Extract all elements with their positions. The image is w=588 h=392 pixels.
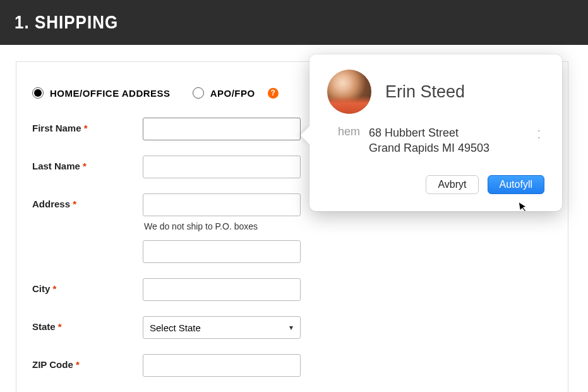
label-text: ZIP Code	[32, 359, 73, 370]
radio-circle-icon	[193, 87, 204, 99]
address-tag: hem	[332, 125, 360, 138]
required-asterisk: *	[84, 123, 88, 133]
radio-apo-fpo[interactable]: APO/FPO	[193, 87, 255, 99]
autofill-button[interactable]: Autofyll	[488, 175, 544, 194]
last-name-label: Last Name *	[32, 156, 143, 171]
label-text: First Name	[32, 123, 81, 133]
label-text: Last Name	[32, 161, 80, 171]
address-line1-input[interactable]	[143, 193, 301, 216]
autofill-address-text: 68 Hubbert Street Grand Rapids MI 49503	[369, 125, 489, 156]
address-label: Address *	[32, 193, 143, 209]
autofill-address-row[interactable]: hem 68 Hubbert Street Grand Rapids MI 49…	[327, 125, 544, 156]
required-asterisk: *	[53, 283, 57, 294]
chevron-down-icon: ˅	[537, 137, 541, 143]
radio-label: HOME/OFFICE ADDRESS	[50, 88, 171, 99]
city-input[interactable]	[143, 278, 301, 301]
address-input-stack: We do not ship to P.O. boxes	[143, 193, 301, 263]
row-city: City *	[32, 278, 568, 301]
radio-home-office[interactable]: HOME/OFFICE ADDRESS	[32, 87, 171, 99]
autofill-popover: Erin Steed hem 68 Hubbert Street Grand R…	[309, 54, 562, 211]
row-state: State * Select State ▾	[32, 316, 568, 339]
zip-label: ZIP Code *	[32, 354, 143, 370]
zip-input[interactable]	[143, 354, 301, 377]
cancel-button[interactable]: Avbryt	[426, 175, 478, 194]
checkout-step-header: 1. SHIPPING	[0, 0, 588, 45]
popover-buttons: Avbryt Autofyll	[327, 175, 544, 194]
state-select[interactable]: Select State	[143, 316, 301, 339]
state-select-wrapper: Select State ▾	[143, 316, 301, 339]
radio-circle-selected-icon	[32, 87, 44, 99]
first-name-label: First Name *	[32, 118, 143, 133]
address-stepper[interactable]: ˄ ˅	[537, 130, 541, 143]
address-line2: Grand Rapids MI 49503	[369, 140, 489, 156]
page-title: 1. SHIPPING	[15, 11, 118, 34]
state-label: State *	[32, 316, 143, 332]
address-line2-input[interactable]	[143, 240, 301, 263]
contact-name: Erin Steed	[385, 82, 465, 102]
row-zip: ZIP Code *	[32, 354, 568, 377]
address-line1: 68 Hubbert Street	[369, 125, 489, 140]
label-text: State	[32, 321, 56, 332]
help-icon[interactable]: ?	[268, 88, 279, 99]
contact-header: Erin Steed	[327, 70, 544, 114]
required-asterisk: *	[83, 161, 87, 171]
required-asterisk: *	[58, 321, 62, 332]
last-name-input[interactable]	[143, 156, 301, 178]
label-text: Address	[32, 199, 70, 209]
city-label: City *	[32, 278, 143, 294]
required-asterisk: *	[76, 359, 80, 370]
first-name-input[interactable]	[143, 118, 301, 140]
chevron-up-icon: ˄	[537, 130, 541, 136]
address-note: We do not ship to P.O. boxes	[144, 221, 301, 231]
label-text: City	[32, 283, 50, 294]
avatar	[327, 70, 371, 114]
radio-label: APO/FPO	[210, 88, 255, 99]
required-asterisk: *	[73, 199, 76, 209]
